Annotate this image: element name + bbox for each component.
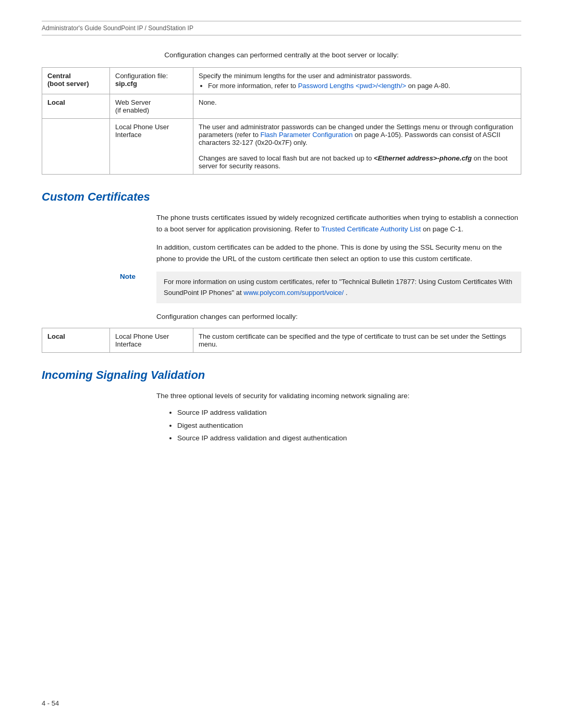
- custom-para1: The phone trusts certificates issued by …: [156, 212, 521, 235]
- page-number: 4 - 54: [42, 699, 59, 707]
- table-row: Local Web Server(if enabled) None.: [42, 94, 521, 119]
- note-label: Note: [120, 272, 156, 303]
- table-row: Central(boot server) Configuration file:…: [42, 68, 521, 94]
- config-local-line: Configuration changes can performed loca…: [156, 313, 521, 320]
- table-row: Local Phone UserInterface The user and a…: [42, 119, 521, 175]
- bullet-area: Source IP address validation Digest auth…: [177, 406, 521, 445]
- signaling-bullets: Source IP address validation Digest auth…: [177, 406, 521, 445]
- signaling-intro: The three optional levels of security fo…: [156, 390, 521, 402]
- note-block: Note For more information on using custo…: [120, 272, 521, 303]
- incoming-signaling-section: Incoming Signaling Validation The three …: [42, 368, 521, 445]
- central-desc: Specify the minimum lengths for the user…: [193, 68, 521, 94]
- table-row: Local Local Phone UserInterface The cust…: [42, 328, 521, 352]
- local-label: Local: [42, 94, 110, 119]
- list-item: Digest authentication: [177, 419, 521, 432]
- local-cert-label: Local: [42, 328, 110, 352]
- password-lengths-link[interactable]: Password Lengths <pwd>/<length/>: [298, 82, 406, 90]
- incoming-signaling-heading: Incoming Signaling Validation: [42, 368, 521, 382]
- central-label: Central(boot server): [42, 68, 110, 94]
- trusted-cert-link[interactable]: Trusted Certificate Authority List: [321, 225, 421, 233]
- note-content: For more information on using custom cer…: [156, 272, 521, 303]
- custom-para2: In addition, custom certificates can be …: [156, 242, 521, 264]
- top-intro: Configuration changes can performed cent…: [42, 51, 521, 59]
- top-config-table: Central(boot server) Configuration file:…: [42, 67, 521, 175]
- local-cert-config: Local Phone UserInterface: [110, 328, 193, 352]
- webserver-desc: None.: [193, 94, 521, 119]
- localphone-desc: The user and administrator passwords can…: [193, 119, 521, 175]
- page-header: Administrator's Guide SoundPoint IP / So…: [42, 21, 521, 35]
- local-config-table: Local Local Phone UserInterface The cust…: [42, 328, 521, 353]
- flash-param-link[interactable]: Flash Parameter Configuration: [261, 131, 353, 139]
- polycom-link[interactable]: www.polycom.com/support/voice/: [243, 289, 344, 297]
- central-config: Configuration file: sip.cfg: [110, 68, 193, 94]
- custom-certificates-section: Custom Certificates The phone trusts cer…: [42, 190, 521, 353]
- list-item: Source IP address validation and digest …: [177, 432, 521, 445]
- local-cert-desc: The custom certificate can be specified …: [193, 328, 521, 352]
- custom-certificates-heading: Custom Certificates: [42, 190, 521, 204]
- localphone-config: Local Phone UserInterface: [110, 119, 193, 175]
- list-item: Source IP address validation: [177, 406, 521, 419]
- webserver-config: Web Server(if enabled): [110, 94, 193, 119]
- page: Administrator's Guide SoundPoint IP / So…: [0, 0, 563, 728]
- header-text: Administrator's Guide SoundPoint IP / So…: [42, 24, 193, 32]
